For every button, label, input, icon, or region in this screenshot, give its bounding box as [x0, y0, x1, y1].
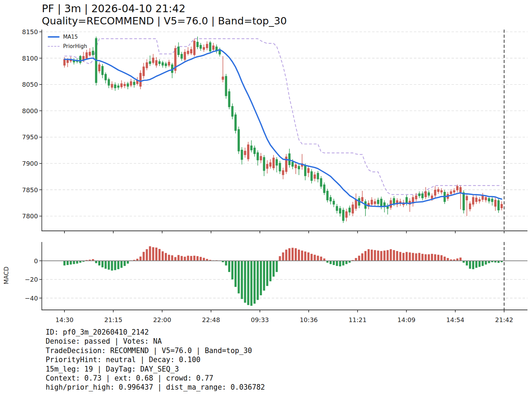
candle-body [501, 204, 503, 208]
x-tick-label: 09:33 [251, 316, 269, 323]
candle-body [478, 199, 480, 201]
candle-body [177, 47, 179, 55]
candle-body [453, 190, 455, 193]
macd-bar [177, 255, 179, 261]
candle-body [228, 91, 230, 107]
candle-body [307, 168, 309, 173]
macd-bar [254, 261, 256, 304]
macd-bar [146, 249, 148, 261]
candle-body [282, 170, 284, 175]
candle-body [371, 200, 373, 205]
macd-bar [257, 261, 259, 300]
macd-bar [466, 261, 468, 265]
candle-body [472, 197, 474, 204]
candle-body [440, 190, 442, 193]
candle-body [488, 198, 490, 201]
macd-bar [76, 261, 78, 264]
macd-bar [409, 252, 411, 261]
macd-bar [387, 250, 389, 261]
candle-body [209, 42, 211, 52]
candle-body [342, 210, 344, 221]
candle-body [393, 198, 395, 204]
macd-bar [339, 261, 341, 266]
price-y-tick-label: 7950 [22, 133, 38, 141]
macd-bar [171, 255, 173, 261]
candle-body [238, 129, 240, 151]
macd-bar [247, 261, 249, 305]
candle-body [85, 52, 87, 58]
macd-bar [152, 247, 154, 261]
candle-body [272, 158, 275, 168]
macd-bar [139, 257, 141, 261]
candle-body [428, 193, 430, 196]
meta-line-context: Context: 0.73 | ext: 0.68 | crowd: 0.77 [46, 374, 265, 383]
candle-body [456, 186, 458, 190]
candle-body [206, 44, 208, 48]
price-y-tick-label: 8100 [22, 55, 38, 62]
macd-bar [460, 258, 462, 261]
candle-body [310, 171, 313, 181]
macd-bar [402, 253, 404, 261]
macd-bar [478, 261, 480, 267]
price-y-tick-label: 7900 [22, 160, 38, 167]
macd-bar [234, 261, 237, 287]
meta-line-id: ID: pf0_3m_20260410_2142 [46, 328, 265, 337]
macd-bar [149, 246, 151, 261]
candle-body [326, 191, 329, 200]
candle-body [130, 81, 132, 86]
macd-bar [121, 261, 123, 268]
macd-bar [282, 252, 284, 261]
macd-bar [295, 248, 297, 261]
macd-bar [73, 261, 75, 264]
candle-body [139, 73, 141, 86]
candle-body [336, 206, 338, 211]
ma15-line [64, 49, 502, 206]
macd-bar [105, 261, 107, 269]
macd-bar [345, 261, 347, 264]
legend-label: MA15 [63, 34, 78, 40]
candle-body [92, 51, 94, 55]
candle-body [180, 54, 183, 59]
prior-high-line-swatch [48, 46, 60, 47]
macd-bar [330, 261, 332, 264]
candle-body [244, 151, 246, 155]
macd-bar [111, 261, 113, 271]
candle-body [225, 76, 227, 96]
macd-bar [184, 257, 186, 261]
macd-bar [428, 254, 430, 261]
candle-body [193, 41, 195, 55]
candle-body [406, 197, 408, 203]
candle-body [269, 162, 271, 166]
candle-body [89, 52, 91, 56]
macd-bar [472, 261, 474, 269]
macd-bar [422, 254, 424, 261]
macd-bar [98, 261, 100, 265]
meta-line-decision: TradeDecision: RECOMMEND | V5=76.0 | Ban… [46, 346, 265, 355]
candle-body [348, 208, 350, 212]
candle-body [127, 84, 129, 87]
macd-bar [475, 261, 477, 268]
candle-body [250, 146, 252, 150]
candle-body [162, 62, 164, 65]
macd-bar [203, 258, 205, 261]
candle-body [146, 62, 148, 68]
macd-bar [368, 249, 370, 261]
candle-body [63, 59, 65, 65]
macd-bar [266, 261, 268, 286]
candle-body [323, 185, 325, 193]
macd-bar [355, 258, 357, 261]
macd-bar [390, 249, 392, 261]
candle-body [460, 187, 462, 192]
macd-bar [358, 256, 360, 261]
macd-bar [180, 256, 183, 261]
candle-body [105, 74, 107, 80]
macd-bar [241, 261, 243, 299]
candle-body [491, 199, 493, 202]
macd-bar [396, 251, 398, 261]
candle-body [339, 208, 341, 213]
macd-bar [187, 256, 189, 261]
macd-bar [456, 258, 458, 261]
x-tick-label: 21:42 [495, 316, 513, 323]
candle-body [415, 196, 417, 200]
macd-bar [276, 261, 278, 272]
